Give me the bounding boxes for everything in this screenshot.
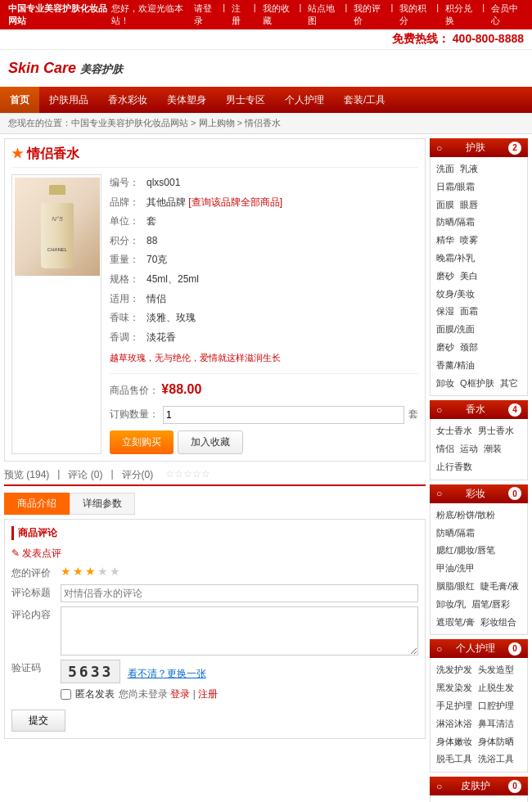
link-ruye[interactable]: 乳液 (460, 161, 478, 178)
link-bier[interactable]: 鼻耳清洁 (478, 716, 514, 732)
link-jingbu[interactable]: 美白 (460, 268, 478, 285)
link-mianxim[interactable]: 面膜/洗面 (436, 322, 475, 338)
sidebar-links-hufu: 洗面 乳液 日霜/眼霜 面膜 眼唇 防晒/隔霜 精华 喷雾 晚霜/补乳 磨砂 美… (430, 157, 528, 396)
link-yanzhi[interactable]: 胭脂/眼红 (436, 579, 475, 595)
link-xiezhuang[interactable]: 卸妆 (436, 376, 454, 392)
star-2[interactable]: ★ (73, 565, 83, 578)
product-tabs: 商品介绍 详细参数 (4, 493, 426, 515)
star-3[interactable]: ★ (85, 565, 96, 578)
brand-label: 品牌： (110, 194, 147, 212)
nav-bodycare[interactable]: 美体塑身 (157, 87, 216, 113)
tab-intro[interactable]: 商品介绍 (4, 493, 70, 515)
link-qita-hufu[interactable]: 其它 (500, 376, 518, 392)
link-zhexia[interactable]: 遮瑕笔/膏 (436, 615, 475, 631)
link-linyu[interactable]: 淋浴沐浴 (436, 716, 472, 732)
login-action-link[interactable]: 登录 (170, 688, 190, 700)
score-tab-link[interactable]: 评分(0) (122, 468, 154, 482)
link-mianmo[interactable]: 面膜 (436, 197, 454, 214)
myrating-link[interactable]: 我的评价 (354, 2, 384, 27)
star-1[interactable]: ★ (61, 565, 71, 578)
link-kouqiang[interactable]: 口腔护理 (478, 698, 514, 714)
link-richun[interactable]: 日霜/眼霜 (436, 179, 475, 196)
nav-personal[interactable]: 个人护理 (275, 87, 334, 113)
link-yanchun[interactable]: 眼唇 (460, 197, 478, 214)
link-fendi[interactable]: 粉底/粉饼/散粉 (436, 507, 495, 524)
star-4[interactable]: ★ (97, 565, 108, 578)
link-meimao[interactable]: 眉笔/唇彩 (471, 597, 510, 613)
breadcrumb-home[interactable]: 中国专业美容护肤化妆品网站 (71, 118, 188, 128)
order-section: 订购数量： 套 (110, 406, 418, 424)
star-5[interactable]: ★ (110, 565, 120, 578)
content-textarea[interactable] (61, 606, 418, 656)
breadcrumb-shop[interactable]: 网上购物 (199, 118, 235, 128)
link-xiezhuang2[interactable]: 卸妆/乳 (436, 597, 466, 613)
top-bar: 中国专业美容护肤化妆品网站 您好，欢迎光临本站！ 请登录 | 注册 | 我的收藏… (0, 0, 532, 29)
qty-input[interactable] (163, 406, 404, 424)
star-rating[interactable]: ★ ★ ★ ★ ★ (61, 565, 120, 578)
link-tuomao[interactable]: 脱毛工具 (436, 751, 472, 768)
link-jinghua[interactable]: 精华 (436, 232, 454, 249)
link-penwu[interactable]: 喷雾 (460, 232, 478, 249)
link-touzao[interactable]: 头发造型 (478, 662, 514, 678)
unit-label: 单位： (110, 213, 147, 231)
link-wanchun[interactable]: 晚霜/补乳 (436, 250, 475, 267)
link-jingbu2[interactable]: 颈部 (460, 340, 478, 356)
submit-comment-button[interactable]: 提交 (11, 710, 65, 732)
add-to-cart-button[interactable]: 加入收藏 (178, 430, 243, 454)
tab-params[interactable]: 详细参数 (70, 493, 135, 515)
topic-label: 评论标题 (11, 584, 56, 600)
link-jiemao[interactable]: 睫毛膏/液 (480, 579, 519, 595)
link-yundong[interactable]: 运动 (460, 441, 478, 457)
register-action-link[interactable]: 注册 (198, 688, 218, 700)
link-shenti[interactable]: 身体嫩妆 (436, 734, 472, 750)
hufu-count: 2 (508, 142, 521, 155)
preview-tab-link[interactable]: 预览 (194) (4, 468, 49, 482)
xs-count: 4 (508, 403, 521, 417)
link-fangshan2[interactable]: 防晒/隔霜 (436, 525, 475, 542)
brand-all-link[interactable]: [查询该品牌全部商品] (188, 196, 282, 208)
link-mianchun[interactable]: 面霜 (460, 304, 478, 320)
link-zhituo[interactable]: 止脱生发 (478, 680, 514, 696)
anonymous-checkbox[interactable] (61, 689, 71, 700)
link-nanxs[interactable]: 男士香水 (478, 423, 514, 439)
comment-tab-link[interactable]: 评论 (0) (68, 468, 102, 482)
link-fangshan[interactable]: 防晒/隔霜 (436, 214, 475, 231)
id-value: qlxs001 (147, 174, 180, 192)
link-xiangyun[interactable]: 香薰/精油 (436, 358, 475, 374)
login-link[interactable]: 请登录 (194, 2, 217, 27)
link-xizao[interactable]: 洗浴工具 (478, 751, 514, 768)
link-wenshen[interactable]: 纹身/美妆 (436, 286, 475, 303)
link-shenshan[interactable]: 身体防晒 (478, 734, 514, 750)
buy-now-button[interactable]: 立刻购买 (110, 430, 174, 454)
link-qinglv[interactable]: 情侣 (436, 441, 454, 457)
content-area: 情侣香水 编号： qlxs001 (4, 138, 426, 802)
link-chaozhuang[interactable]: 潮装 (484, 441, 502, 457)
link-xifa[interactable]: 洗发护发 (436, 662, 472, 678)
member-center-link[interactable]: 会员中心 (491, 2, 521, 27)
register-link[interactable]: 注册 (232, 2, 247, 27)
link-xianmian[interactable]: 洗面 (436, 161, 454, 178)
captcha-refresh[interactable]: 看不清？更换一张 (128, 668, 206, 679)
favorites-link[interactable]: 我的收藏 (263, 2, 293, 27)
breadcrumb-current: 情侣香水 (245, 118, 281, 128)
sitemap-link[interactable]: 站点地图 (308, 2, 338, 27)
link-shozu[interactable]: 手足护理 (436, 698, 472, 714)
link-saihong[interactable]: 腮红/腮妆/唇笔 (436, 543, 495, 559)
link-mousha[interactable]: 磨砂 (436, 340, 454, 356)
nav-fragrance[interactable]: 香水彩妆 (98, 87, 157, 113)
nav-skincare[interactable]: 护肤用品 (39, 87, 98, 113)
link-jiayou[interactable]: 甲油/洗甲 (436, 561, 475, 577)
nav-sets[interactable]: 套装/工具 (334, 87, 395, 113)
link-nvxs[interactable]: 女士香水 (436, 423, 472, 439)
mypoints-link[interactable]: 我的积分 (399, 2, 430, 27)
nav-home[interactable]: 首页 (0, 87, 39, 113)
topic-input[interactable] (61, 584, 418, 602)
nav-men[interactable]: 男士专区 (216, 87, 275, 113)
link-zhixiang[interactable]: 止行香数 (436, 459, 472, 475)
exchange-link[interactable]: 积分兑换 (445, 2, 476, 27)
link-q-hufu[interactable]: Q框护肤 (460, 376, 494, 392)
link-caizhuang2[interactable]: 彩妆组合 (480, 615, 516, 631)
link-heifa[interactable]: 黑发染发 (436, 680, 472, 696)
link-baoshi[interactable]: 保湿 (436, 304, 454, 320)
link-mosha[interactable]: 磨砂 (436, 268, 454, 285)
